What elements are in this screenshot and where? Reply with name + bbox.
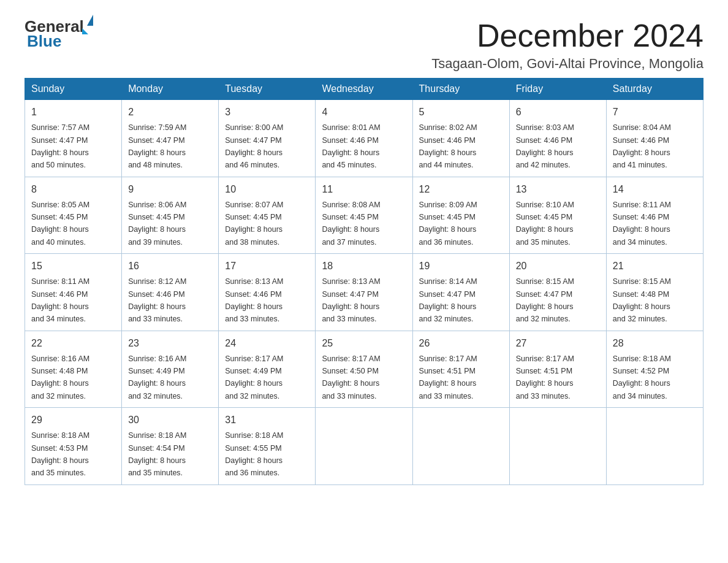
day-info: Sunrise: 7:57 AMSunset: 4:47 PMDaylight:… bbox=[31, 123, 89, 169]
calendar-week-4: 22 Sunrise: 8:16 AMSunset: 4:48 PMDaylig… bbox=[25, 331, 703, 408]
col-saturday: Saturday bbox=[606, 79, 703, 100]
day-number: 27 bbox=[516, 336, 600, 351]
day-number: 25 bbox=[322, 336, 406, 351]
calendar-cell: 24 Sunrise: 8:17 AMSunset: 4:49 PMDaylig… bbox=[219, 331, 316, 408]
day-info: Sunrise: 8:08 AMSunset: 4:45 PMDaylight:… bbox=[322, 201, 380, 247]
calendar-cell bbox=[412, 408, 509, 485]
day-number: 9 bbox=[128, 182, 212, 197]
day-info: Sunrise: 8:13 AMSunset: 4:46 PMDaylight:… bbox=[225, 277, 283, 323]
col-sunday: Sunday bbox=[25, 79, 122, 100]
day-number: 22 bbox=[31, 336, 115, 351]
calendar-cell bbox=[606, 408, 703, 485]
day-info: Sunrise: 8:17 AMSunset: 4:51 PMDaylight:… bbox=[516, 354, 574, 400]
page-header: General Blue December 2024 Tsagaan-Olom,… bbox=[25, 18, 703, 72]
day-info: Sunrise: 8:06 AMSunset: 4:45 PMDaylight:… bbox=[128, 201, 186, 247]
calendar-cell: 31 Sunrise: 8:18 AMSunset: 4:55 PMDaylig… bbox=[219, 408, 316, 485]
calendar-cell: 15 Sunrise: 8:11 AMSunset: 4:46 PMDaylig… bbox=[25, 254, 122, 331]
day-number: 1 bbox=[31, 105, 115, 120]
calendar-week-2: 8 Sunrise: 8:05 AMSunset: 4:45 PMDayligh… bbox=[25, 177, 703, 254]
calendar-cell: 5 Sunrise: 8:02 AMSunset: 4:46 PMDayligh… bbox=[412, 100, 509, 177]
calendar-cell: 25 Sunrise: 8:17 AMSunset: 4:50 PMDaylig… bbox=[316, 331, 412, 408]
calendar-cell: 21 Sunrise: 8:15 AMSunset: 4:48 PMDaylig… bbox=[606, 254, 703, 331]
day-number: 17 bbox=[225, 259, 309, 274]
day-number: 11 bbox=[322, 182, 406, 197]
day-info: Sunrise: 8:05 AMSunset: 4:45 PMDaylight:… bbox=[31, 201, 89, 247]
calendar-cell: 23 Sunrise: 8:16 AMSunset: 4:49 PMDaylig… bbox=[122, 331, 219, 408]
day-number: 6 bbox=[516, 105, 600, 120]
calendar-cell: 19 Sunrise: 8:14 AMSunset: 4:47 PMDaylig… bbox=[412, 254, 509, 331]
day-info: Sunrise: 8:11 AMSunset: 4:46 PMDaylight:… bbox=[31, 277, 89, 323]
calendar-cell bbox=[316, 408, 412, 485]
day-info: Sunrise: 8:13 AMSunset: 4:47 PMDaylight:… bbox=[322, 277, 380, 323]
calendar-cell: 9 Sunrise: 8:06 AMSunset: 4:45 PMDayligh… bbox=[122, 177, 219, 254]
calendar-cell: 27 Sunrise: 8:17 AMSunset: 4:51 PMDaylig… bbox=[509, 331, 606, 408]
day-number: 20 bbox=[516, 259, 600, 274]
calendar-cell: 14 Sunrise: 8:11 AMSunset: 4:46 PMDaylig… bbox=[606, 177, 703, 254]
day-number: 7 bbox=[613, 105, 697, 120]
day-info: Sunrise: 8:10 AMSunset: 4:45 PMDaylight:… bbox=[516, 201, 574, 247]
day-info: Sunrise: 8:16 AMSunset: 4:49 PMDaylight:… bbox=[128, 354, 186, 400]
day-number: 28 bbox=[613, 336, 697, 351]
day-info: Sunrise: 8:18 AMSunset: 4:53 PMDaylight:… bbox=[31, 431, 89, 477]
day-info: Sunrise: 8:07 AMSunset: 4:45 PMDaylight:… bbox=[225, 201, 283, 247]
day-info: Sunrise: 8:02 AMSunset: 4:46 PMDaylight:… bbox=[419, 123, 477, 169]
day-number: 8 bbox=[31, 182, 115, 197]
calendar-week-1: 1 Sunrise: 7:57 AMSunset: 4:47 PMDayligh… bbox=[25, 100, 703, 177]
day-info: Sunrise: 8:09 AMSunset: 4:45 PMDaylight:… bbox=[419, 201, 477, 247]
calendar-cell: 26 Sunrise: 8:17 AMSunset: 4:51 PMDaylig… bbox=[412, 331, 509, 408]
day-info: Sunrise: 8:03 AMSunset: 4:46 PMDaylight:… bbox=[516, 123, 574, 169]
day-number: 5 bbox=[419, 105, 503, 120]
calendar-cell: 20 Sunrise: 8:15 AMSunset: 4:47 PMDaylig… bbox=[509, 254, 606, 331]
calendar-cell: 11 Sunrise: 8:08 AMSunset: 4:45 PMDaylig… bbox=[316, 177, 412, 254]
day-number: 3 bbox=[225, 105, 309, 120]
col-wednesday: Wednesday bbox=[316, 79, 412, 100]
day-number: 15 bbox=[31, 259, 115, 274]
day-info: Sunrise: 8:17 AMSunset: 4:49 PMDaylight:… bbox=[225, 354, 283, 400]
day-number: 18 bbox=[322, 259, 406, 274]
col-monday: Monday bbox=[122, 79, 219, 100]
day-number: 13 bbox=[516, 182, 600, 197]
calendar-cell: 3 Sunrise: 8:00 AMSunset: 4:47 PMDayligh… bbox=[219, 100, 316, 177]
calendar-cell: 7 Sunrise: 8:04 AMSunset: 4:46 PMDayligh… bbox=[606, 100, 703, 177]
day-info: Sunrise: 8:15 AMSunset: 4:47 PMDaylight:… bbox=[516, 277, 574, 323]
title-area: December 2024 Tsagaan-Olom, Govi-Altai P… bbox=[431, 18, 703, 72]
calendar-cell: 17 Sunrise: 8:13 AMSunset: 4:46 PMDaylig… bbox=[219, 254, 316, 331]
day-number: 12 bbox=[419, 182, 503, 197]
calendar-cell: 29 Sunrise: 8:18 AMSunset: 4:53 PMDaylig… bbox=[25, 408, 122, 485]
day-number: 10 bbox=[225, 182, 309, 197]
calendar-cell: 12 Sunrise: 8:09 AMSunset: 4:45 PMDaylig… bbox=[412, 177, 509, 254]
day-info: Sunrise: 8:17 AMSunset: 4:50 PMDaylight:… bbox=[322, 354, 380, 400]
day-info: Sunrise: 8:11 AMSunset: 4:46 PMDaylight:… bbox=[613, 201, 671, 247]
calendar-cell: 6 Sunrise: 8:03 AMSunset: 4:46 PMDayligh… bbox=[509, 100, 606, 177]
day-info: Sunrise: 8:17 AMSunset: 4:51 PMDaylight:… bbox=[419, 354, 477, 400]
day-info: Sunrise: 8:18 AMSunset: 4:55 PMDaylight:… bbox=[225, 431, 283, 477]
header-row: Sunday Monday Tuesday Wednesday Thursday… bbox=[25, 79, 703, 100]
day-number: 16 bbox=[128, 259, 212, 274]
col-thursday: Thursday bbox=[412, 79, 509, 100]
calendar-cell: 4 Sunrise: 8:01 AMSunset: 4:46 PMDayligh… bbox=[316, 100, 412, 177]
day-number: 26 bbox=[419, 336, 503, 351]
calendar-week-3: 15 Sunrise: 8:11 AMSunset: 4:46 PMDaylig… bbox=[25, 254, 703, 331]
day-info: Sunrise: 8:16 AMSunset: 4:48 PMDaylight:… bbox=[31, 354, 89, 400]
day-info: Sunrise: 8:00 AMSunset: 4:47 PMDaylight:… bbox=[225, 123, 283, 169]
calendar-cell: 30 Sunrise: 8:18 AMSunset: 4:54 PMDaylig… bbox=[122, 408, 219, 485]
calendar-cell: 1 Sunrise: 7:57 AMSunset: 4:47 PMDayligh… bbox=[25, 100, 122, 177]
day-info: Sunrise: 8:14 AMSunset: 4:47 PMDaylight:… bbox=[419, 277, 477, 323]
logo-blue-text: Blue bbox=[27, 32, 61, 51]
calendar-cell: 13 Sunrise: 8:10 AMSunset: 4:45 PMDaylig… bbox=[509, 177, 606, 254]
calendar-cell: 8 Sunrise: 8:05 AMSunset: 4:45 PMDayligh… bbox=[25, 177, 122, 254]
day-info: Sunrise: 8:15 AMSunset: 4:48 PMDaylight:… bbox=[613, 277, 671, 323]
day-number: 21 bbox=[613, 259, 697, 274]
day-info: Sunrise: 8:04 AMSunset: 4:46 PMDaylight:… bbox=[613, 123, 671, 169]
day-number: 23 bbox=[128, 336, 212, 351]
day-info: Sunrise: 7:59 AMSunset: 4:47 PMDaylight:… bbox=[128, 123, 186, 169]
calendar-cell: 2 Sunrise: 7:59 AMSunset: 4:47 PMDayligh… bbox=[122, 100, 219, 177]
calendar-cell: 10 Sunrise: 8:07 AMSunset: 4:45 PMDaylig… bbox=[219, 177, 316, 254]
day-number: 2 bbox=[128, 105, 212, 120]
day-number: 4 bbox=[322, 105, 406, 120]
day-number: 31 bbox=[225, 413, 309, 427]
day-number: 24 bbox=[225, 336, 309, 351]
day-number: 30 bbox=[128, 413, 212, 427]
day-number: 14 bbox=[613, 182, 697, 197]
location-title: Tsagaan-Olom, Govi-Altai Province, Mongo… bbox=[431, 56, 703, 72]
